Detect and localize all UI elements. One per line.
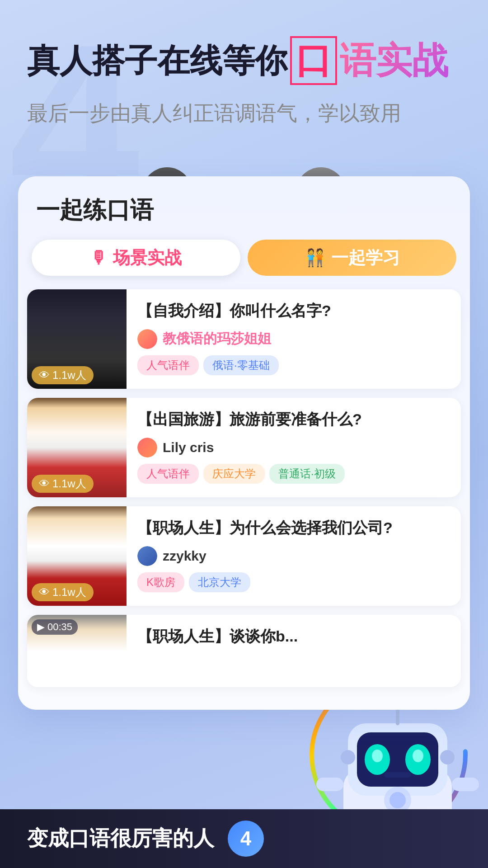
item-2-content: 【出国旅游】旅游前要准备什么? Lily cris 人气语伴 庆应大学 普通话·… [127,398,461,497]
svg-rect-10 [316,778,343,791]
bottom-number: 4 [228,821,264,857]
svg-point-7 [413,750,423,762]
tag: 人气语伴 [137,355,199,375]
bottom-text: 变成口语很厉害的人 [27,825,214,853]
headline-text-rest: 语实战 [340,39,448,82]
item-1-teacher-avatar [137,329,157,349]
tab-scene[interactable]: 🎙 场景实战 [32,240,240,276]
list-item[interactable]: 👁 1.1w人 【自我介绍】你叫什么名字? 教俄语的玛莎姐姐 人气语伴 俄语·零… [27,289,461,389]
list-item[interactable]: 👁 1.1w人 【职场人生】为什么会选择我们公司? zzykky K歌房 北京大… [27,506,461,606]
card-title: 一起练口语 [18,194,470,226]
item-2-tags: 人气语伴 庆应大学 普通话·初级 [137,464,450,484]
item-3-tags: K歌房 北京大学 [137,572,450,592]
svg-point-18 [389,792,406,808]
item-4-content: 【职场人生】谈谈你b... [127,615,461,687]
header-area: 真人搭子在线等你 口 语实战 最后一步由真人纠正语调语气，学以致用 [0,0,488,127]
item-3-image: 👁 1.1w人 [27,506,127,606]
item-3-content: 【职场人生】为什么会选择我们公司? zzykky K歌房 北京大学 [127,506,461,606]
item-1-content: 【自我介绍】你叫什么名字? 教俄语的玛莎姐姐 人气语伴 俄语·零基础 [127,289,461,389]
item-3-title: 【职场人生】为什么会选择我们公司? [137,517,450,539]
svg-point-15 [440,750,455,764]
tag: 人气语伴 [137,464,199,484]
item-2-image: 👁 1.1w人 [27,398,127,497]
play-icon: ▶ [37,621,45,633]
tab-scene-icon: 🎙 [90,248,108,268]
item-2-teacher-row: Lily cris [137,438,450,458]
svg-rect-16 [384,772,411,778]
item-2-teacher-name: Lily cris [163,440,214,455]
list-item[interactable]: 👁 1.1w人 【出国旅游】旅游前要准备什么? Lily cris 人气语伴 庆… [27,398,461,497]
tag: 普通话·初级 [269,464,345,484]
tag: 北京大学 [189,572,250,592]
main-card: 一起练口语 🎙 场景实战 🧑‍🤝‍🧑 一起学习 👁 1.1w人 【自我介绍】你叫… [18,176,470,710]
item-1-teacher-row: 教俄语的玛莎姐姐 [137,329,450,349]
tab-scene-label: 场景实战 [113,246,182,269]
tab-study[interactable]: 🧑‍🤝‍🧑 一起学习 [248,240,456,276]
item-2-title: 【出国旅游】旅游前要准备什么? [137,409,450,430]
item-3-teacher-avatar [137,546,157,566]
eye-icon-3: 👁 [39,586,50,599]
view-count-1: 👁 1.1w人 [32,366,94,384]
tabs-row: 🎙 场景实战 🧑‍🤝‍🧑 一起学习 [18,240,470,276]
tab-study-icon: 🧑‍🤝‍🧑 [305,248,326,268]
tag: 庆应大学 [203,464,265,484]
list-item[interactable]: ▶ 00:35 【职场人生】谈谈你b... [27,615,461,687]
video-badge: ▶ 00:35 [32,619,78,635]
item-3-teacher-row: zzykky [137,546,450,566]
svg-point-14 [341,750,355,764]
headline-row: 真人搭子在线等你 口 语实战 [27,36,461,85]
svg-rect-11 [452,778,479,791]
eye-icon-2: 👁 [39,477,50,490]
item-3-teacher-name: zzykky [163,548,206,564]
item-1-image: 👁 1.1w人 [27,289,127,389]
item-1-teacher-name: 教俄语的玛莎姐姐 [163,330,271,348]
tag: K歌房 [137,572,184,592]
view-count-2: 👁 1.1w人 [32,475,94,493]
item-4-title: 【职场人生】谈谈你b... [137,626,450,647]
eye-icon: 👁 [39,369,50,382]
item-1-title: 【自我介绍】你叫什么名字? [137,300,450,322]
tag: 俄语·零基础 [203,355,279,375]
item-2-teacher-avatar [137,438,157,458]
item-4-image: ▶ 00:35 [27,615,127,687]
headline-text-box: 口 [290,36,337,85]
headline-text-part1: 真人搭子在线等你 [27,41,287,80]
svg-point-6 [372,750,383,762]
view-count-3: 👁 1.1w人 [32,583,94,601]
subtitle-text: 最后一步由真人纠正语调语气，学以致用 [27,99,461,127]
item-1-tags: 人气语伴 俄语·零基础 [137,355,450,375]
tab-study-label: 一起学习 [331,246,400,269]
bottom-bar: 变成口语很厉害的人 4 [0,809,488,868]
